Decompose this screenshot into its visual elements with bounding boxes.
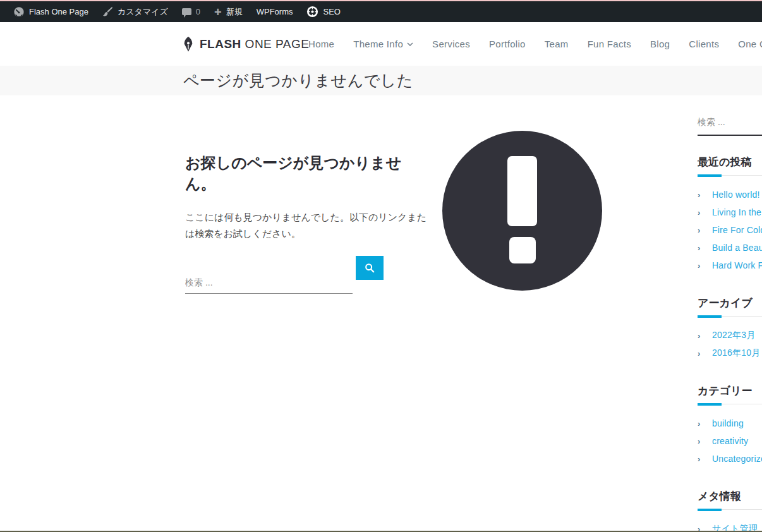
page-title-bar: ページが見つかりませんでした (0, 66, 762, 95)
logo-word-onepage: ONE PAGE (245, 37, 310, 51)
chevron-right-icon: › (698, 191, 704, 199)
admin-bar-comment-count: 0 (196, 7, 200, 16)
main-search-button[interactable] (356, 256, 384, 280)
categories-list: ›building ›creativity ›Uncategorize (698, 414, 762, 468)
list-item[interactable]: ›2016年10月 (698, 344, 762, 362)
sidebar-search-input[interactable] (698, 117, 762, 136)
nav-home[interactable]: Home (308, 39, 334, 49)
error-heading: お探しのページが見つかりません。 (185, 152, 408, 194)
chevron-right-icon: › (698, 226, 704, 234)
exclamation-dot (509, 237, 536, 263)
main-search-form (185, 256, 384, 295)
widget-title-underline (698, 403, 762, 406)
dashboard-gauge-icon (13, 6, 25, 18)
search-icon (365, 263, 375, 273)
pen-nib-icon (182, 36, 195, 52)
error-exclamation-graphic (442, 131, 602, 291)
admin-bar-site-menu[interactable]: Flash One Page (6, 1, 95, 22)
main-search-input[interactable] (185, 271, 353, 294)
chevron-right-icon: › (698, 209, 704, 217)
chevron-right-icon: › (698, 437, 704, 445)
widget-title: アーカイブ (698, 297, 762, 315)
nav-fun-facts[interactable]: Fun Facts (588, 39, 631, 49)
chevron-right-icon: › (698, 332, 704, 340)
site-logo[interactable]: FLASH ONE PAGE (182, 22, 309, 66)
admin-bar-seo[interactable]: SEO (299, 1, 347, 22)
widget-categories: カテゴリー ›building ›creativity ›Uncategoriz… (698, 385, 762, 468)
wp-admin-bar: Flash One Page カスタマイズ 0 + 新規 WPForms SEO (0, 1, 762, 22)
plus-icon: + (214, 6, 222, 18)
widget-title-underline (698, 315, 762, 318)
list-item[interactable]: ›Fire For Cold T (698, 221, 762, 239)
admin-bar-customize[interactable]: カスタマイズ (95, 1, 175, 22)
list-item[interactable]: ›Hello world! (698, 186, 762, 203)
list-item[interactable]: ›Hard Work Fo (698, 257, 762, 274)
sidebar: 最近の投稿 ›Hello world! ›Living In the L ›Fi… (698, 116, 762, 532)
error-description: ここには何も見つかりませんでした。以下のリンクまたは検索をお試しください。 (185, 209, 434, 241)
chevron-right-icon: › (698, 455, 704, 463)
nav-services[interactable]: Services (432, 39, 470, 49)
admin-bar-customize-label: カスタマイズ (118, 6, 168, 18)
window-top-edge (0, 0, 762, 1)
nav-portfolio[interactable]: Portfolio (489, 39, 526, 49)
widget-recent-posts: 最近の投稿 ›Hello world! ›Living In the L ›Fi… (698, 156, 762, 274)
admin-bar-site-name: Flash One Page (29, 7, 88, 16)
admin-bar-seo-label: SEO (323, 7, 340, 16)
nav-theme-info[interactable]: Theme Info (353, 39, 413, 49)
admin-bar-new[interactable]: + 新規 (207, 1, 250, 22)
site-header: FLASH ONE PAGE Home Theme Info Services … (0, 22, 762, 66)
chevron-right-icon: › (698, 420, 704, 428)
widget-title: メタ情報 (698, 490, 762, 509)
admin-bar-wpforms-label: WPForms (257, 7, 293, 16)
archives-list: ›2022年3月 ›2016年10月 (698, 327, 762, 362)
site-logo-text: FLASH ONE PAGE (200, 37, 309, 51)
main-navigation: Home Theme Info Services Portfolio Team … (308, 22, 762, 66)
yoast-seo-icon (306, 6, 318, 18)
chevron-right-icon: › (698, 244, 704, 252)
logo-word-flash: FLASH (200, 37, 241, 51)
admin-bar-comments[interactable]: 0 (175, 1, 207, 22)
list-item[interactable]: ›creativity (698, 432, 762, 450)
exclamation-bar (507, 156, 537, 226)
chevron-right-icon: › (698, 349, 704, 358)
list-item[interactable]: ›building (698, 414, 762, 432)
widget-title-underline (698, 509, 762, 511)
list-item[interactable]: ›Build a Beaut (698, 239, 762, 257)
admin-bar-wpforms[interactable]: WPForms (250, 1, 300, 22)
nav-clients[interactable]: Clients (689, 39, 719, 49)
widget-title: 最近の投稿 (698, 156, 762, 174)
list-item[interactable]: ›Uncategorize (698, 450, 762, 468)
widget-title-underline (698, 174, 762, 177)
comment-icon (182, 8, 191, 15)
widget-meta: メタ情報 ›サイト管理 (698, 490, 762, 532)
widget-archives: アーカイブ ›2022年3月 ›2016年10月 (698, 297, 762, 362)
nav-team[interactable]: Team (545, 39, 569, 49)
chevron-down-icon (407, 42, 413, 46)
page-title: ページが見つかりませんでした (183, 66, 413, 95)
nav-one-column[interactable]: One C (738, 39, 762, 49)
list-item[interactable]: ›2022年3月 (698, 327, 762, 344)
list-item[interactable]: ›Living In the L (698, 203, 762, 221)
recent-posts-list: ›Hello world! ›Living In the L ›Fire For… (698, 186, 762, 274)
widget-title: カテゴリー (698, 385, 762, 403)
paintbrush-icon (102, 6, 113, 17)
chevron-right-icon: › (698, 262, 704, 270)
admin-bar-new-label: 新規 (226, 6, 243, 18)
nav-blog[interactable]: Blog (650, 39, 670, 49)
